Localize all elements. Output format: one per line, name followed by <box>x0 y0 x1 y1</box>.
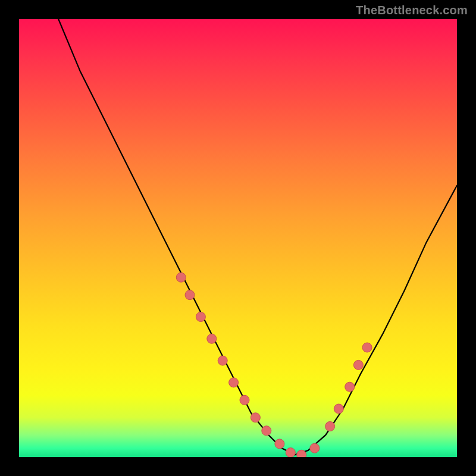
curve-marker <box>240 395 249 405</box>
watermark-text: TheBottleneck.com <box>356 4 468 17</box>
curve-marker <box>286 448 295 457</box>
curve-marker <box>218 356 227 365</box>
curve-marker <box>297 450 306 457</box>
curve-marker <box>196 312 205 322</box>
curve-marker <box>176 273 186 282</box>
plot-area <box>19 19 457 457</box>
curve-marker <box>250 413 260 422</box>
curve-marker <box>310 443 320 453</box>
curve-marker <box>185 290 195 300</box>
curve-marker <box>362 343 372 352</box>
curve-marker <box>325 422 335 431</box>
curve-marker <box>345 382 355 392</box>
curve-marker <box>229 378 239 387</box>
curve-marker <box>262 426 271 436</box>
bottleneck-curve <box>58 19 457 455</box>
curve-marker <box>275 439 284 449</box>
curve-marker <box>207 334 217 343</box>
marker-group <box>176 273 372 457</box>
curve-marker <box>334 404 343 414</box>
curve-svg <box>19 19 457 457</box>
curve-marker <box>353 360 363 369</box>
